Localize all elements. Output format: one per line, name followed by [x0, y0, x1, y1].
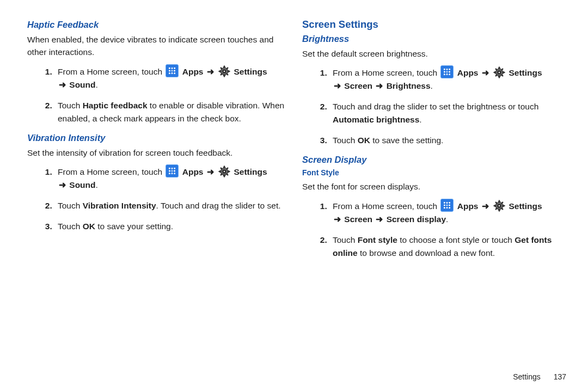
haptic-intro: When enabled, the device vibrates to ind…	[27, 33, 286, 59]
brightness-step-3: Touch OK to save the setting.	[329, 134, 561, 147]
arrow-icon: ➜	[58, 80, 67, 89]
left-column: Haptic Feedback When enabled, the device…	[19, 16, 294, 354]
vib-intro: Set the intensity of vibration for scree…	[27, 146, 286, 159]
apps-icon	[166, 64, 179, 77]
settings-icon	[218, 65, 230, 77]
arrow-icon: ➜	[333, 215, 342, 224]
heading-brightness: Brightness	[302, 34, 561, 44]
arrow-icon: ➜	[481, 68, 490, 77]
vib-step-3: Touch OK to save your setting.	[54, 220, 286, 233]
footer-section: Settings	[513, 372, 541, 381]
apps-icon	[440, 199, 454, 212]
heading-screen-settings: Screen Settings	[302, 19, 561, 30]
arrow-icon: ➜	[206, 167, 215, 176]
brightness-intro: Set the default screen brightness.	[302, 47, 561, 60]
brightness-step-1: From a Home screen, touch Apps ➜ Setting…	[329, 65, 561, 93]
brightness-step-2: Touch and drag the slider to set the bri…	[329, 100, 561, 126]
vib-step-2: Touch Vibration Intensity. Touch and dra…	[54, 199, 286, 212]
vib-step-1: From a Home screen, touch Apps ➜ Setting…	[54, 164, 286, 192]
haptic-step-2: Touch Haptic feedback to enable or disab…	[54, 99, 286, 125]
settings-icon	[493, 200, 505, 212]
heading-font-style: Font Style	[302, 168, 561, 177]
heading-screen-display: Screen Display	[302, 155, 561, 165]
heading-vibration: Vibration Intensity	[27, 133, 286, 143]
arrow-icon: ➜	[333, 81, 342, 90]
settings-icon	[218, 166, 230, 177]
apps-icon	[440, 65, 454, 78]
fontstyle-step-1: From a Home screen, touch Apps ➜ Setting…	[329, 199, 561, 226]
arrow-icon: ➜	[375, 215, 384, 224]
fontstyle-step-2: Touch Font style to choose a font style …	[329, 234, 561, 260]
fontstyle-intro: Set the font for screen displays.	[302, 180, 561, 193]
arrow-icon: ➜	[58, 180, 67, 189]
heading-haptic: Haptic Feedback	[27, 20, 286, 30]
settings-icon	[493, 66, 505, 78]
page-footer: Settings 137	[513, 372, 566, 381]
haptic-step-1: From a Home screen, touch Apps ➜ Setting…	[54, 64, 286, 91]
apps-icon	[166, 164, 179, 177]
arrow-icon: ➜	[375, 81, 384, 90]
arrow-icon: ➜	[206, 67, 215, 76]
footer-page-number: 137	[554, 372, 566, 381]
right-column: Screen Settings Brightness Set the defau…	[294, 16, 569, 354]
arrow-icon: ➜	[481, 201, 490, 211]
